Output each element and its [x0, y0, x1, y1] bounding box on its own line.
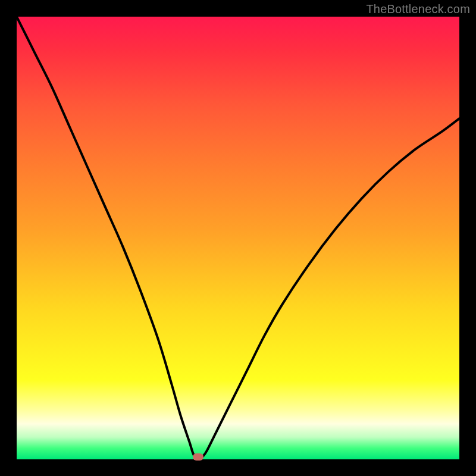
plot-area — [17, 17, 459, 459]
watermark-text: TheBottleneck.com — [366, 2, 470, 16]
chart-frame: TheBottleneck.com — [0, 0, 476, 476]
optimum-marker — [193, 453, 203, 461]
bottleneck-curve — [17, 17, 459, 459]
